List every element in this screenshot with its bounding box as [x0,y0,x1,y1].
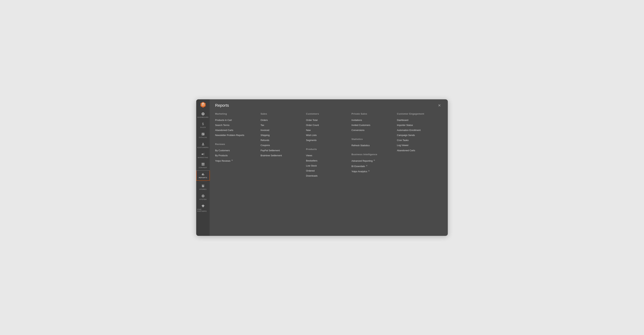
section-heading-reviews: Reviews [215,143,257,146]
sidebar-item-label: SALES [200,126,206,128]
external-icon: ⊞ [374,159,375,161]
reports-grid: Marketing Products in Cart Search Terms … [210,111,448,236]
link-campaign-sends[interactable]: Campaign Sends [397,133,439,138]
section-heading-customer-engagement: Customer Engagement [397,112,439,115]
box-icon [201,132,205,136]
reports-column-2: Sales Orders Tax Invoiced Shipping Refun… [260,112,306,232]
sidebar-item-system[interactable]: SYSTEM [196,192,210,202]
link-tax[interactable]: Tax [260,123,302,128]
link-conversions[interactable]: Conversions [352,128,393,133]
link-products-in-cart[interactable]: Products in Cart [215,118,257,123]
link-coupons[interactable]: Coupons [260,143,302,148]
link-wish-lists[interactable]: Wish Lists [306,133,348,138]
section-heading-statistics: Statistics [352,138,393,140]
link-order-total[interactable]: Order Total [306,118,348,123]
link-cron-tasks[interactable]: Cron Tasks [397,138,439,143]
link-ordered[interactable]: Ordered [306,168,348,173]
reports-column-3: Customers Order Total Order Count New Wi… [306,112,352,232]
close-button[interactable]: ✕ [436,103,442,108]
sidebar-item-label: CONTENT [199,167,207,168]
link-advanced-reporting[interactable]: Advanced Reporting ⊞ [352,158,393,164]
panel-title: Reports [215,103,229,108]
sidebar-item-find-partners[interactable]: FIND PARTNERS [196,202,210,214]
sidebar: DASHBOARD SALES CATALOG CUSTOMERS MARKET [196,99,210,236]
link-importer-status[interactable]: Importer Status [397,123,439,128]
sidebar-item-label: STORES [200,188,207,190]
link-newsletter-problem-reports[interactable]: Newsletter Problem Reports [215,133,257,138]
link-ce-abandoned-carts[interactable]: Abandoned Carts [397,148,439,153]
sidebar-item-sales[interactable]: SALES [196,120,210,130]
link-segments[interactable]: Segments [306,138,348,143]
link-views[interactable]: Views [306,153,348,158]
sidebar-item-label: SYSTEM [199,198,206,200]
link-yotpo-analytics[interactable]: Yotpo Analytics ⊞ [352,169,393,174]
link-paypal-settlement[interactable]: PayPal Settlement [260,148,302,153]
link-invited-customers[interactable]: Invited Customers [352,123,393,128]
reports-column-5: Customer Engagement Dashboard Importer S… [397,112,442,232]
sidebar-divider [199,181,207,182]
megaphone-icon [201,152,205,156]
link-ce-dashboard[interactable]: Dashboard [397,118,439,123]
external-icon: ⊞ [232,159,233,161]
sidebar-item-reports[interactable]: REPORTS [196,170,210,180]
external-icon: ⊞ [366,165,368,166]
gauge-icon [201,112,205,116]
link-order-count[interactable]: Order Count [306,123,348,128]
link-invoiced[interactable]: Invoiced [260,128,302,133]
gear-icon [201,194,205,198]
link-invitations[interactable]: Invitations [352,118,393,123]
external-icon: ⊞ [368,170,370,172]
link-orders[interactable]: Orders [260,118,302,123]
link-search-terms[interactable]: Search Terms [215,123,257,128]
sidebar-item-label: REPORTS [199,177,207,178]
section-heading-private-sales: Private Sales [352,112,393,115]
reports-column-1: Marketing Products in Cart Search Terms … [215,112,260,232]
sidebar-item-content[interactable]: CONTENT [196,160,210,170]
sidebar-item-label: DASHBOARD [198,116,208,118]
sidebar-item-label: CUSTOMERS [198,146,208,148]
link-refresh-statistics[interactable]: Refresh Statistics [352,143,393,148]
panel-header: Reports ✕ [210,99,448,111]
sidebar-item-label: FIND PARTNERS [197,208,208,212]
link-downloads[interactable]: Downloads [306,173,348,178]
section-heading-marketing: Marketing [215,112,257,115]
link-by-customers[interactable]: By Customers [215,148,257,153]
store-icon [201,184,205,188]
person-icon [201,142,205,146]
sidebar-item-dashboard[interactable]: DASHBOARD [196,110,210,120]
link-bestsellers[interactable]: Bestsellers [306,158,348,163]
link-by-products[interactable]: By Products [215,153,257,158]
sidebar-item-stores[interactable]: STORES [196,182,210,192]
sidebar-item-marketing[interactable]: MARKETING [196,150,210,160]
sidebar-item-customers[interactable]: CUSTOMERS [196,140,210,150]
section-heading-business-intelligence: Business Intelligence [352,153,393,156]
link-low-stock[interactable]: Low Stock [306,163,348,168]
sidebar-item-label: MARKETING [198,157,208,158]
link-abandoned-carts[interactable]: Abandoned Carts [215,128,257,133]
sidebar-item-label: CATALOG [199,136,207,138]
magento-logo [200,101,207,108]
link-shipping[interactable]: Shipping [260,133,302,138]
link-automation-enrollment[interactable]: Automation Enrollment [397,128,439,133]
section-heading-sales: Sales [260,112,302,115]
link-refunds[interactable]: Refunds [260,138,302,143]
dollar-icon [201,122,205,126]
link-braintree-settlement[interactable]: Braintree Settlement [260,153,302,158]
link-log-viewer[interactable]: Log Viewer [397,143,439,148]
diamond-icon [201,204,205,208]
grid-icon [201,162,205,166]
chart-icon [201,172,205,176]
section-heading-products: Products [306,148,348,150]
reports-panel: Reports ✕ Marketing Products in Cart Sea… [210,99,448,236]
link-bi-essentials[interactable]: BI Essentials ⊞ [352,164,393,169]
sidebar-item-catalog[interactable]: CATALOG [196,130,210,140]
section-heading-customers: Customers [306,112,348,115]
app-wrapper: DASHBOARD SALES CATALOG CUSTOMERS MARKET [196,99,448,236]
link-yotpo-reviews[interactable]: Yotpo Reviews ⊞ [215,158,257,164]
reports-column-4: Private Sales Invitations Invited Custom… [352,112,397,232]
link-new[interactable]: New [306,128,348,133]
